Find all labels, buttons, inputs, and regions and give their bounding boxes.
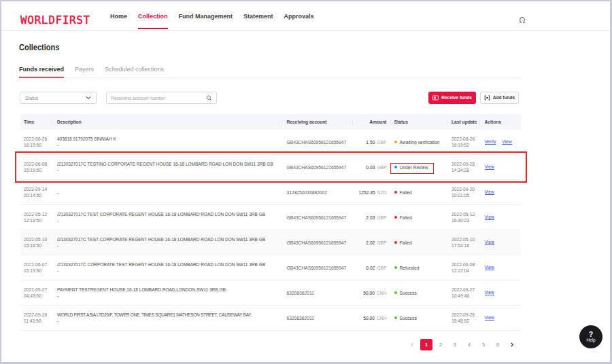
cell-actions: View: [479, 265, 522, 271]
time-line: 12:19:50: [24, 217, 47, 224]
cell-status: Failed: [390, 240, 447, 245]
app-header: WORLDFIRST HomeCollectionFund Management…: [1, 1, 610, 31]
description-text: WORLD FIRST ASIA LTD20/F, TOWER ONE, TIM…: [57, 312, 252, 325]
description-text: PAYMENT TESTREGENT HOUSE,16-18 LOMBARD R…: [57, 287, 226, 299]
pagination-page-5[interactable]: 5: [477, 339, 490, 350]
view-link[interactable]: View: [502, 139, 511, 145]
main-nav: HomeCollectionFund ManagementStatementAp…: [105, 1, 320, 31]
pagination-page-2[interactable]: 2: [435, 339, 447, 350]
pagination-page-1[interactable]: 1: [420, 339, 432, 350]
status-filter-select[interactable]: Status: [20, 92, 97, 104]
cell-amount: 0.03GBP: [352, 165, 390, 170]
pagination-next[interactable]: [506, 339, 518, 350]
cell-receiving-account: GB43CHAS60956121655947: [282, 165, 353, 170]
last-update-line: 2022-09-26: [452, 312, 475, 318]
help-button[interactable]: ? Help: [579, 325, 602, 348]
view-link[interactable]: View: [485, 315, 494, 321]
view-link[interactable]: View: [485, 215, 494, 221]
verify-link[interactable]: Verify: [485, 139, 496, 145]
cell-time: 2022-06-0715:19:50: [20, 261, 52, 274]
chevron-right-icon: [510, 342, 514, 347]
user-account-icon[interactable]: [519, 16, 526, 23]
cell-time: 2022-06-0815:19:50: [20, 161, 52, 174]
view-link[interactable]: View: [485, 265, 494, 271]
cell-description: 403818 91792075 SINNIAH K-: [52, 136, 282, 149]
time-line: 2022-09-26: [24, 312, 47, 318]
description-line: /2130327017C TESTING CORPORATE REGENT HO…: [57, 161, 273, 168]
amount-currency: GBP: [377, 165, 386, 170]
cell-amount: 1252.35NZD: [352, 190, 390, 195]
last-update-text: 2022-05-1017:54:18: [452, 236, 475, 249]
cell-amount: 50.00CNH: [352, 291, 390, 295]
description-text: /2130327017C TEST CORPORATE REGENT HOUSE…: [57, 236, 265, 249]
add-funds-button[interactable]: Add funds: [480, 92, 519, 104]
cell-actions: VerifyView: [479, 139, 522, 145]
description-line: -: [57, 293, 226, 299]
status-label: Refunded: [400, 266, 420, 270]
tab-scheduled-collections[interactable]: Scheduled collections: [105, 64, 164, 77]
pagination-page-6[interactable]: 6: [492, 339, 504, 350]
status-dot: [394, 266, 397, 269]
view-link[interactable]: View: [485, 189, 494, 196]
tab-payers[interactable]: Payers: [75, 64, 94, 77]
nav-item-statement[interactable]: Statement: [238, 1, 279, 31]
view-link[interactable]: View: [485, 164, 494, 170]
description-line: -: [57, 318, 252, 325]
cell-time: 2022-09-2704:43:50: [20, 287, 52, 299]
time-text: 2022-09-2704:43:50: [24, 287, 47, 299]
last-update-line: 16:19:52: [452, 142, 475, 149]
amount-currency: NZD: [377, 190, 387, 195]
account-search-input[interactable]: [111, 96, 206, 101]
table-row: 2022-09-1400:14:50-31282500168820021252.…: [20, 180, 521, 205]
cell-receiving-account: GB43CHAS60956121655947: [282, 140, 353, 145]
amount-currency: GBP: [377, 240, 386, 245]
table-row: 2022-08-2616:19:50403818 91792075 SINNIA…: [20, 130, 521, 155]
cell-last-update: 2022-05-1216:30:23: [447, 211, 479, 224]
tab-funds-received[interactable]: Funds received: [19, 64, 64, 77]
description-line: -: [57, 167, 273, 174]
cell-last-update: 2022-08-2616:19:52: [447, 136, 479, 149]
view-link[interactable]: View: [485, 240, 494, 246]
table-row: 2022-09-2611:43:50WORLD FIRST ASIA LTD20…: [20, 306, 521, 331]
help-question-icon: ?: [589, 331, 593, 338]
time-line: 2022-05-12: [24, 211, 47, 218]
last-update-line: 10:01:05: [452, 192, 475, 199]
status-dot: [394, 241, 397, 244]
nav-item-approvals[interactable]: Approvals: [279, 1, 320, 31]
cell-last-update: 2022-09-2710:49:46: [447, 287, 479, 299]
cell-receiving-account: GB43CHAS60956121655947: [282, 240, 353, 245]
cell-status: Refunded: [390, 266, 447, 270]
cell-receiving-account: 3128250016882002: [282, 190, 353, 195]
cell-actions: View: [479, 164, 522, 170]
status-label: Success: [400, 316, 417, 321]
description-text: 403818 91792075 SINNIAH K-: [57, 136, 116, 149]
pagination-page-3[interactable]: 3: [449, 339, 461, 350]
amount-value: 50.00: [363, 291, 375, 295]
receive-funds-button[interactable]: Receive funds: [428, 92, 476, 104]
status-label: Awaiting verification: [400, 140, 440, 145]
description-line: -: [57, 190, 58, 195]
time-text: 2022-09-2611:43:50: [24, 312, 47, 325]
cell-description: PAYMENT TESTREGENT HOUSE,16-18 LOMBARD R…: [52, 287, 282, 299]
cell-amount: 2.03GBP: [352, 215, 390, 220]
search-icon[interactable]: [206, 95, 212, 101]
pagination-page-4[interactable]: 4: [463, 339, 475, 350]
last-update-line: 2022-05-10: [452, 236, 475, 243]
add-funds-icon: [484, 95, 490, 101]
cell-amount: 0.02GBP: [352, 266, 390, 270]
cell-last-update: 2022-09-2010:01:05: [447, 186, 479, 199]
last-update-text: 2022-05-1216:30:23: [452, 211, 475, 224]
cell-time: 2022-05-1015:18:50: [20, 236, 52, 249]
amount-currency: GBP: [377, 140, 386, 145]
status-dot: [394, 216, 397, 219]
amount-value: 0.02: [366, 266, 375, 270]
nav-item-fund-management[interactable]: Fund Management: [173, 1, 239, 31]
last-update-line: 10:49:46: [452, 293, 475, 299]
cell-status: Failed: [390, 215, 447, 220]
status-dot: [394, 316, 397, 319]
description-line: /2130327017C TEST CORPORATE REGENT HOUSE…: [57, 211, 265, 218]
nav-item-home[interactable]: Home: [105, 1, 133, 31]
view-link[interactable]: View: [485, 290, 494, 296]
nav-item-collection[interactable]: Collection: [133, 1, 173, 31]
amount-currency: CNH: [377, 291, 387, 295]
